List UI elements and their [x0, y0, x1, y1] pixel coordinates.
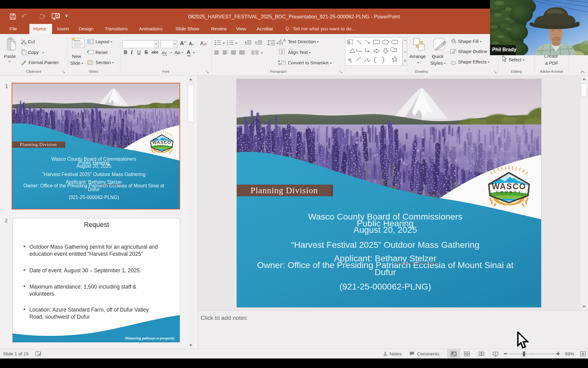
svg-text:Dufur: Dufur [375, 267, 396, 277]
svg-text:Pioneering pathways to prosper: Pioneering pathways to prosperity. [125, 336, 175, 340]
svg-text:A: A [200, 41, 204, 46]
svg-text:“Harvest Festival 2025” Outdoo: “Harvest Festival 2025” Outdoor Mass Gat… [291, 240, 480, 250]
svg-text:WASCO: WASCO [492, 182, 526, 191]
svg-text:COUNTY: COUNTY [496, 190, 522, 194]
svg-text:AV: AV [162, 51, 167, 55]
svg-text:Planning Division: Planning Division [251, 186, 318, 195]
svg-text:A: A [283, 38, 286, 42]
svg-text:3: 3 [227, 44, 228, 46]
svg-text:August 20, 2025: August 20, 2025 [353, 225, 417, 235]
svg-text:A: A [348, 41, 350, 44]
svg-text:(921-25-000062-PLNG): (921-25-000062-PLNG) [339, 282, 431, 291]
